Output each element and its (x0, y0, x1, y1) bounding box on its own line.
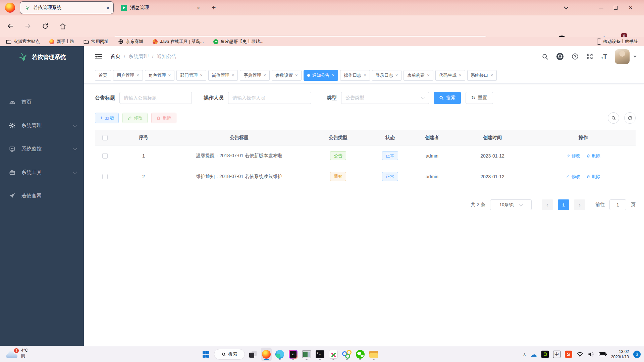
row-edit-link[interactable]: 修改 (566, 174, 580, 180)
sogou-icon[interactable] (565, 351, 572, 358)
help-question-icon[interactable] (572, 53, 579, 60)
bookmark-java-tools[interactable]: Java 在线工具 | 菜鸟... (153, 39, 204, 45)
sidebar-item-monitor[interactable]: 系统监控 (0, 137, 84, 161)
sidebar-item-system[interactable]: 系统管理 (0, 114, 84, 137)
tag-post[interactable]: 岗位管理 (208, 70, 238, 81)
volume-icon[interactable] (588, 351, 594, 357)
sidebar-collapse-icon[interactable] (95, 54, 102, 60)
notification-badge[interactable]: 3 (633, 351, 641, 358)
tag-user[interactable]: 用户管理 (113, 70, 143, 81)
taskbar-wechat[interactable] (355, 348, 366, 361)
tag-close-icon[interactable] (263, 73, 266, 77)
tag-build[interactable]: 表单构建 (404, 70, 433, 81)
delete-button[interactable]: 删除 (151, 113, 176, 123)
search-button[interactable]: 搜索 (434, 92, 461, 104)
nvidia-icon[interactable] (541, 351, 549, 358)
tag-logininfor[interactable]: 登录日志 (372, 70, 402, 81)
select-all-checkbox[interactable] (102, 135, 108, 140)
row-edit-link[interactable]: 修改 (566, 153, 580, 159)
taskbar-rings-app[interactable] (341, 348, 352, 361)
notice-title-input[interactable] (119, 92, 192, 104)
bookmark-folder-firefox[interactable]: 火狐官方站点 (6, 39, 40, 45)
github-icon[interactable] (556, 53, 564, 60)
tag-close-icon[interactable] (200, 73, 203, 77)
tag-close-icon[interactable] (427, 73, 430, 77)
tag-config[interactable]: 参数设置 (272, 70, 302, 81)
tray-expand-icon[interactable] (523, 352, 526, 357)
mobile-bookmarks[interactable]: 移动设备上的书签 (597, 39, 638, 45)
breadcrumb-home[interactable]: 首页 (110, 53, 120, 60)
tag-operlog[interactable]: 操作日志 (340, 70, 370, 81)
reset-button[interactable]: 重置 (466, 92, 493, 104)
weather-widget[interactable]: 1 4°C阴 (5, 348, 28, 358)
start-button[interactable] (201, 348, 211, 361)
tag-dept[interactable]: 部门管理 (176, 70, 206, 81)
tag-swagger[interactable]: 系统接口 (467, 70, 497, 81)
reload-button[interactable] (41, 22, 50, 31)
sidebar-item-home[interactable]: 首页 (0, 90, 84, 114)
font-size-icon[interactable] (601, 53, 607, 60)
page-size-select[interactable]: 10条/页 (490, 199, 532, 210)
wifi-icon[interactable] (577, 352, 583, 357)
tag-close-icon[interactable] (232, 73, 234, 77)
taskbar-edge[interactable] (274, 348, 285, 361)
back-button[interactable] (6, 22, 15, 31)
tag-close-icon[interactable] (137, 73, 139, 77)
list-tabs-button[interactable] (559, 2, 574, 13)
fullscreen-icon[interactable] (586, 53, 593, 60)
sidebar-item-official-site[interactable]: 若依官网 (0, 184, 84, 207)
restore-button[interactable] (608, 2, 623, 13)
taskbar-search[interactable]: 搜索 (214, 349, 245, 360)
ime-chinese-icon[interactable] (553, 351, 560, 358)
task-view-button[interactable] (248, 348, 258, 361)
forward-button[interactable] (23, 22, 32, 31)
tab-close-icon[interactable] (106, 5, 109, 10)
firefox-logo-icon[interactable] (5, 3, 15, 13)
notice-type-select[interactable]: 公告类型 (341, 92, 429, 104)
tag-close-icon[interactable] (395, 73, 398, 77)
minimize-button[interactable] (594, 2, 608, 13)
home-button[interactable] (58, 22, 67, 31)
onedrive-icon[interactable] (531, 351, 537, 358)
tag-close-icon[interactable] (295, 73, 298, 77)
toggle-search-button[interactable] (608, 112, 619, 124)
battery-icon[interactable] (599, 352, 607, 357)
prev-page-button[interactable] (542, 199, 553, 210)
bookmark-folder-common[interactable]: 常用网址 (84, 39, 109, 45)
next-page-button[interactable] (574, 199, 585, 210)
search-icon[interactable] (542, 53, 548, 60)
tag-home[interactable]: 首页 (95, 70, 111, 81)
clock[interactable]: 13:02 2023/1/13 (611, 349, 629, 360)
row-delete-link[interactable]: 删除 (586, 174, 600, 180)
tag-notice-active[interactable]: 通知公告 (304, 70, 338, 81)
taskbar-vm-app[interactable] (301, 348, 312, 361)
row-checkbox[interactable] (102, 153, 108, 159)
tag-dict[interactable]: 字典管理 (240, 70, 270, 81)
taskbar-xshell[interactable] (328, 348, 339, 361)
browser-tab-messages[interactable]: 消息管理 (117, 2, 204, 14)
row-checkbox[interactable] (102, 174, 108, 179)
new-tab-button[interactable] (209, 3, 219, 13)
page-1-button[interactable]: 1 (558, 199, 569, 210)
bookmark-yupi[interactable]: 鱼皮怒肝【史上最贴... (213, 39, 264, 45)
taskbar-firefox[interactable] (261, 348, 272, 361)
tab-close-icon[interactable] (197, 5, 200, 10)
taskbar-explorer[interactable] (368, 348, 379, 361)
taskbar-terminal[interactable] (315, 348, 325, 361)
tag-close-icon[interactable] (332, 73, 335, 77)
refresh-table-button[interactable] (624, 112, 636, 124)
bookmark-jd[interactable]: 京东商城 (118, 39, 143, 45)
edit-button[interactable]: 修改 (122, 113, 148, 123)
avatar[interactable] (615, 49, 630, 64)
add-button[interactable]: 新增 (95, 113, 119, 123)
tag-role[interactable]: 角色管理 (145, 70, 175, 81)
tag-close-icon[interactable] (364, 73, 366, 77)
row-delete-link[interactable]: 删除 (586, 153, 600, 159)
close-window-button[interactable] (623, 2, 638, 13)
tag-close-icon[interactable] (168, 73, 171, 77)
goto-page-input[interactable] (609, 199, 626, 210)
app-logo[interactable]: 若依管理系统 (0, 46, 84, 68)
operator-input[interactable] (228, 92, 311, 104)
taskbar-intellij[interactable] (288, 348, 299, 361)
bookmark-getting-started[interactable]: 新手上路 (49, 39, 74, 45)
